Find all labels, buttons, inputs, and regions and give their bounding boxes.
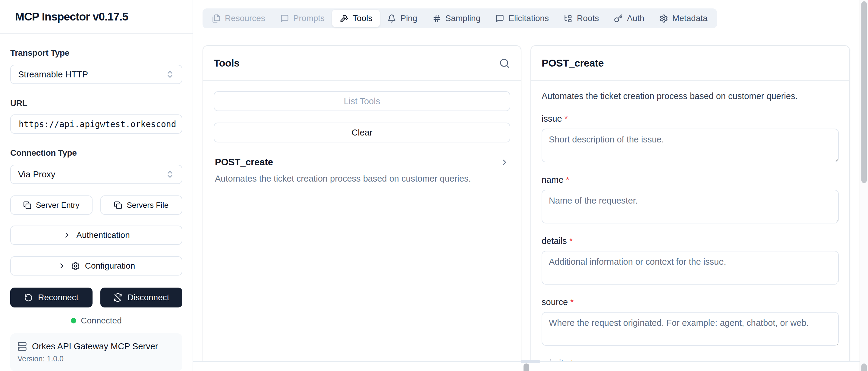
tab-ping[interactable]: Ping [380,10,425,27]
hammer-icon [340,14,348,23]
main-content: Resources Prompts Tools Ping Sampling [193,0,860,362]
hash-icon [433,14,441,23]
key-icon [614,14,623,23]
configuration-expander[interactable]: Configuration [10,256,182,275]
source-field-input[interactable] [541,312,839,346]
server-entry-button[interactable]: Server Entry [10,196,93,215]
gear-icon [659,14,668,23]
authentication-label: Authentication [76,230,130,240]
sidebar-header: MCP Inspector v0.17.5 [0,0,193,34]
tab-tools[interactable]: Tools [332,10,380,27]
server-entry-label: Server Entry [36,201,80,210]
search-icon[interactable] [499,58,510,69]
list-tools-button[interactable]: List Tools [214,91,510,111]
details-field-input[interactable] [541,251,839,284]
servers-file-label: Servers File [127,201,168,210]
tools-panel-title: Tools [214,57,240,69]
name-field-label: name* [541,175,569,184]
connection-type-value: Via Proxy [18,170,56,179]
app-title: MCP Inspector v0.17.5 [15,10,128,23]
chevron-right-icon [500,158,509,167]
tab-auth[interactable]: Auth [607,10,652,27]
tool-item-description: Automates the ticket creation process ba… [215,172,471,186]
required-asterisk: * [569,236,572,246]
reconnect-button[interactable]: Reconnect [10,288,93,307]
connection-type-select[interactable]: Via Proxy [10,165,182,184]
panel-scrollbar-cap [521,360,540,363]
tab-label: Prompts [293,13,324,23]
panel-scrollbar-thumb[interactable] [524,364,529,371]
connection-type-label: Connection Type [10,148,182,158]
refresh-off-icon [113,293,122,302]
transport-type-select[interactable]: Streamable HTTP [10,65,182,84]
tool-detail-panel: POST_create Automates the ticket creatio… [530,45,850,362]
tab-label: Ping [400,13,417,23]
tab-label: Auth [627,13,644,23]
url-label: URL [10,98,182,108]
clear-button[interactable]: Clear [214,123,510,142]
required-asterisk: * [566,175,569,184]
disconnect-label: Disconnect [127,293,169,302]
detail-panel-title: POST_create [541,57,604,69]
tab-metadata[interactable]: Metadata [652,10,715,27]
tab-label: Metadata [673,13,708,23]
field-group-name: name* [541,175,839,224]
tab-label: Resources [225,13,265,23]
folder-tree-icon [564,14,572,23]
transport-type-label: Transport Type [10,48,182,58]
required-asterisk: * [564,114,568,124]
bell-icon [387,14,396,23]
chevron-right-icon [58,262,66,270]
chevrons-up-down-icon [165,170,175,179]
name-field-input[interactable] [541,190,839,224]
field-group-priority: priority* [541,358,839,362]
copy-icon [23,201,31,209]
tab-label: Elicitations [508,13,549,23]
rotate-ccw-icon [24,293,33,302]
reconnect-label: Reconnect [38,293,79,302]
tab-roots[interactable]: Roots [556,10,607,27]
disconnect-button[interactable]: Disconnect [100,288,183,307]
issue-field-input[interactable] [541,129,839,162]
field-group-issue: issue* [541,114,839,162]
sidebar: MCP Inspector v0.17.5 Transport Type Str… [0,0,193,371]
server-version: Version: 1.0.0 [18,355,175,363]
gear-icon [71,262,80,270]
files-icon [212,14,221,23]
tab-sampling[interactable]: Sampling [425,10,488,27]
priority-field-label: priority* [541,358,574,362]
message-square-icon [280,14,289,23]
status-dot-icon [71,318,76,324]
source-field-label: source* [541,297,574,307]
servers-file-button[interactable]: Servers File [100,196,183,215]
authentication-expander[interactable]: Authentication [10,226,182,245]
page-scrollbar[interactable] [860,0,868,371]
url-input[interactable]: https://api.apigwtest.orkescond [10,114,182,134]
tab-label: Roots [577,13,599,23]
message-square-icon [495,14,504,23]
transport-type-value: Streamable HTTP [18,70,88,79]
tab-elicitations[interactable]: Elicitations [488,10,556,27]
field-group-source: source* [541,297,839,346]
page-scrollbar-thumb[interactable] [861,1,867,183]
required-asterisk: * [570,358,574,362]
server-icon [18,342,27,351]
connection-status: Connected [10,316,182,326]
status-text: Connected [81,316,121,326]
tab-resources[interactable]: Resources [204,10,273,27]
issue-field-label: issue* [541,114,568,124]
tab-label: Sampling [445,13,481,23]
tools-panel: Tools List Tools Clear POST_create Autom… [203,45,521,362]
field-group-details: details* [541,236,839,284]
copy-icon [114,201,122,209]
server-info-card: Orkes API Gateway MCP Server Version: 1.… [10,333,182,371]
server-name: Orkes API Gateway MCP Server [32,341,158,351]
tab-prompts[interactable]: Prompts [273,10,332,27]
tool-list-item[interactable]: POST_create Automates the ticket creatio… [214,156,510,187]
page-scrollbar-thumb-fragment[interactable] [861,364,867,371]
details-field-label: details* [541,236,572,246]
tool-item-name: POST_create [215,157,273,168]
tab-bar: Resources Prompts Tools Ping Sampling [203,8,717,28]
tab-label: Tools [352,13,372,23]
chevrons-up-down-icon [165,70,175,79]
